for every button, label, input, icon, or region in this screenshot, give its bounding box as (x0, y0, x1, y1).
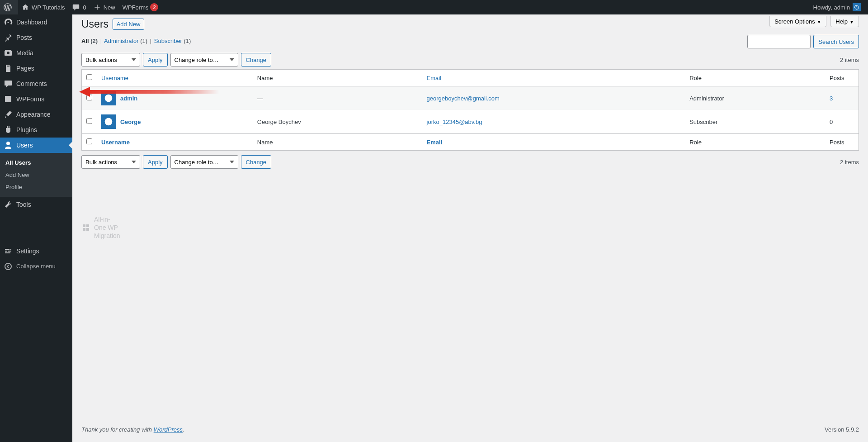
users-table: Username Name Email Role Posts admin — g… (81, 69, 859, 151)
search-users-button[interactable]: Search Users (813, 35, 859, 48)
tablenav-top: Bulk actions Apply Change role to… Chang… (81, 53, 859, 67)
row-checkbox[interactable] (86, 95, 92, 100)
admin-bar: WP Tutorials 0 New WPForms 2 Howdy, admi… (0, 0, 868, 14)
menu-posts[interactable]: Posts (0, 30, 72, 45)
change-role-select-bottom[interactable]: Change role to… (170, 155, 238, 169)
username-link[interactable]: admin (120, 95, 137, 102)
page-icon (4, 64, 13, 73)
search-input[interactable] (747, 35, 811, 48)
menu-wpforms[interactable]: WPForms (0, 91, 72, 107)
change-button-top[interactable]: Change (241, 53, 272, 67)
select-all-bottom[interactable] (86, 138, 92, 144)
menu-plugins[interactable]: Plugins (0, 122, 72, 138)
comments-icon (4, 79, 13, 88)
content-wrap: Screen Options▼ Help▼ Users Add New All … (72, 0, 868, 169)
apply-button-bottom[interactable]: Apply (143, 155, 168, 169)
media-icon (4, 48, 13, 57)
submenu-all-users[interactable]: All Users (0, 157, 72, 169)
role-cell: Administrator (685, 86, 825, 110)
email-link[interactable]: jorko_12345@abv.bg (427, 119, 482, 125)
site-title: WP Tutorials (32, 4, 65, 11)
add-new-button[interactable]: Add New (113, 19, 145, 30)
table-row: George George Boychev jorko_12345@abv.bg… (82, 110, 859, 133)
col-posts-foot: Posts (825, 133, 859, 150)
filter-subscriber[interactable]: Subscriber (1) (154, 38, 191, 44)
posts-cell: 0 (825, 110, 859, 133)
menu-dashboard[interactable]: Dashboard (0, 14, 72, 30)
row-checkbox[interactable] (86, 118, 92, 124)
filter-administrator[interactable]: Administrator (1) (104, 38, 147, 44)
col-email-foot[interactable]: Email (422, 133, 685, 150)
items-count-bottom: 2 items (840, 159, 859, 166)
menu-comments[interactable]: Comments (0, 76, 72, 91)
col-name-foot: Name (253, 133, 422, 150)
change-role-select-top[interactable]: Change role to… (170, 53, 238, 67)
site-name[interactable]: WP Tutorials (18, 0, 68, 14)
wp-logo[interactable] (0, 0, 18, 14)
user-icon (4, 141, 13, 150)
comment-icon (72, 3, 80, 11)
filter-all[interactable]: All (2) (81, 38, 98, 44)
howdy-text: Howdy, admin (813, 4, 850, 11)
wpforms-adminbar[interactable]: WPForms 2 (119, 0, 162, 14)
wpforms-badge: 2 (150, 3, 158, 11)
chevron-down-icon: ▼ (817, 19, 821, 24)
select-all-top[interactable] (86, 74, 92, 80)
new-label: New (104, 4, 115, 11)
col-username-foot[interactable]: Username (97, 133, 253, 150)
comments-link[interactable]: 0 (68, 0, 90, 14)
role-cell: Subscriber (685, 110, 825, 133)
bulk-actions-select-top[interactable]: Bulk actions (81, 53, 140, 67)
avatar (101, 91, 116, 105)
name-cell: George Boychev (253, 110, 422, 133)
bulk-actions-select-bottom[interactable]: Bulk actions (81, 155, 140, 169)
col-name: Name (253, 70, 422, 86)
table-row: admin — georgeboychev@gmail.com Administ… (82, 86, 859, 110)
screen-options-button[interactable]: Screen Options▼ (769, 16, 826, 27)
col-posts: Posts (825, 70, 859, 86)
comments-count: 0 (83, 4, 86, 11)
tablenav-bottom: Bulk actions Apply Change role to… Chang… (81, 155, 859, 169)
posts-link[interactable]: 3 (830, 95, 833, 102)
posts-cell: 3 (825, 86, 859, 110)
new-content[interactable]: New (90, 0, 119, 14)
my-account[interactable]: Howdy, admin (810, 0, 864, 14)
col-username[interactable]: Username (97, 70, 253, 86)
apply-button-top[interactable]: Apply (143, 53, 168, 67)
avatar (101, 114, 116, 129)
menu-users[interactable]: Users (0, 138, 72, 153)
dashboard-icon (4, 18, 13, 27)
pin-icon (4, 33, 13, 42)
wpforms-icon (4, 95, 13, 104)
page-title: Users (81, 18, 108, 30)
chevron-down-icon: ▼ (849, 19, 854, 24)
home-icon (22, 4, 29, 11)
col-role: Role (685, 70, 825, 86)
plus-icon (94, 4, 101, 11)
username-link[interactable]: George (120, 119, 141, 125)
brush-icon (4, 110, 13, 119)
admin-menu: Dashboard Posts Media Pages Comments WPF… (0, 14, 72, 171)
role-filters: All (2) | Administrator (1) | Subscriber… (81, 38, 859, 48)
items-count-top: 2 items (840, 57, 859, 63)
email-link[interactable]: georgeboychev@gmail.com (427, 95, 500, 102)
wpforms-label: WPForms (123, 4, 149, 11)
submenu-add-new[interactable]: Add New (0, 169, 72, 171)
change-button-bottom[interactable]: Change (241, 155, 272, 169)
plug-icon (4, 125, 13, 134)
menu-pages[interactable]: Pages (0, 61, 72, 76)
col-email[interactable]: Email (422, 70, 685, 86)
help-button[interactable]: Help▼ (830, 16, 859, 27)
wordpress-icon (4, 3, 12, 11)
name-cell: — (253, 86, 422, 110)
avatar-icon (853, 3, 861, 11)
menu-media[interactable]: Media (0, 45, 72, 61)
menu-appearance[interactable]: Appearance (0, 107, 72, 122)
col-role-foot: Role (685, 133, 825, 150)
users-submenu: All Users Add New Profile (0, 153, 72, 171)
